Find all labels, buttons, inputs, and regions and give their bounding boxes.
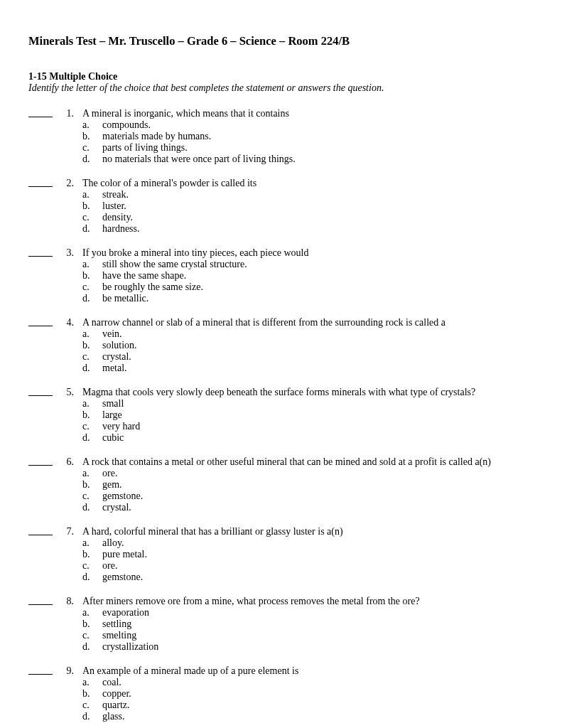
- choices: aore.bgem.cgemstone.dcrystal.: [82, 468, 534, 513]
- choice-letter: a: [82, 537, 98, 549]
- answer-blank[interactable]: [28, 596, 61, 653]
- choices: aevaporationbsettlingcsmeltingdcrystalli…: [82, 607, 534, 653]
- question-content: A hard, colorful mineral that has a bril…: [78, 526, 534, 583]
- question-text: A mineral is inorganic, which means that…: [82, 108, 534, 119]
- choice-text: small: [98, 398, 534, 410]
- choice-letter: b: [82, 410, 98, 421]
- choice: cdensity.: [82, 212, 534, 223]
- choice: bsolution.: [82, 340, 534, 351]
- choice-text: be roughly the same size.: [98, 282, 534, 293]
- choice-letter: a: [82, 328, 98, 340]
- question-number: 3: [61, 247, 78, 304]
- choice-letter: d: [82, 363, 98, 374]
- choice-text: large: [98, 410, 534, 421]
- page-title: Minerals Test – Mr. Truscello – Grade 6 …: [28, 34, 534, 48]
- choice-letter: a: [82, 468, 98, 479]
- answer-blank[interactable]: [28, 526, 61, 583]
- choice: dhardness.: [82, 223, 534, 235]
- choice-text: compounds.: [98, 119, 534, 131]
- answer-blank[interactable]: [28, 178, 61, 235]
- choice-letter: c: [82, 700, 98, 711]
- choice-letter: a: [82, 119, 98, 131]
- choice-text: parts of living things.: [98, 142, 534, 154]
- choice: cbe roughly the same size.: [82, 282, 534, 293]
- choice-text: metal.: [98, 363, 534, 374]
- choice-letter: b: [82, 688, 98, 700]
- blank-line: [28, 178, 53, 187]
- answer-blank[interactable]: [28, 665, 61, 722]
- question-block: 5Magma that cools very slowly deep benea…: [28, 387, 534, 444]
- choice: bsettling: [82, 619, 534, 630]
- choice: blarge: [82, 410, 534, 421]
- blank-line: [28, 596, 53, 605]
- choice-letter: a: [82, 677, 98, 688]
- choice: bluster.: [82, 200, 534, 212]
- question-block: 9An example of a mineral made up of a pu…: [28, 665, 534, 722]
- choices: acoal.bcopper.cquartz.dglass.: [82, 677, 534, 722]
- question-block: 6A rock that contains a metal or other u…: [28, 456, 534, 513]
- choice: core.: [82, 560, 534, 572]
- choices: acompounds.bmaterials made by humans.cpa…: [82, 119, 534, 165]
- choice-text: settling: [98, 619, 534, 630]
- choice-text: gemstone.: [98, 491, 534, 502]
- choice-letter: d: [82, 572, 98, 583]
- choice: dgemstone.: [82, 572, 534, 583]
- choice-text: crystal.: [98, 351, 534, 363]
- question-text: The color of a mineral's powder is calle…: [82, 178, 534, 189]
- choice: cquartz.: [82, 700, 534, 711]
- question-number: 6: [61, 456, 78, 513]
- section-header: 1-15 Multiple Choice: [28, 71, 534, 82]
- choice-text: vein.: [98, 328, 534, 340]
- blank-line: [28, 108, 53, 117]
- instructions: Identify the letter of the choice that b…: [28, 82, 534, 94]
- choice-text: crystal.: [98, 502, 534, 513]
- choice-letter: b: [82, 549, 98, 560]
- choice: dbe metallic.: [82, 293, 534, 304]
- choice: dcrystal.: [82, 502, 534, 513]
- choice-letter: b: [82, 340, 98, 351]
- choice-letter: c: [82, 282, 98, 293]
- choice: dglass.: [82, 711, 534, 722]
- question-content: An example of a mineral made up of a pur…: [78, 665, 534, 722]
- question-block: 2The color of a mineral's powder is call…: [28, 178, 534, 235]
- choice-text: quartz.: [98, 700, 534, 711]
- choices: avein.bsolution.ccrystal.dmetal.: [82, 328, 534, 374]
- question-content: After miners remove ore from a mine, wha…: [78, 596, 534, 653]
- question-text: If you broke a mineral into tiny pieces,…: [82, 247, 534, 259]
- blank-line: [28, 317, 53, 326]
- choice-text: hardness.: [98, 223, 534, 235]
- choice-text: ore.: [98, 560, 534, 572]
- choice-text: solution.: [98, 340, 534, 351]
- answer-blank[interactable]: [28, 456, 61, 513]
- choice: asmall: [82, 398, 534, 410]
- question-number: 4: [61, 317, 78, 374]
- choice: acoal.: [82, 677, 534, 688]
- blank-line: [28, 247, 53, 257]
- choice: cparts of living things.: [82, 142, 534, 154]
- choice: bgem.: [82, 479, 534, 491]
- choices: asmallblargecvery harddcubic: [82, 398, 534, 444]
- question-content: A narrow channel or slab of a mineral th…: [78, 317, 534, 374]
- choice-text: cubic: [98, 432, 534, 444]
- choice: aevaporation: [82, 607, 534, 619]
- choice-letter: b: [82, 270, 98, 282]
- choice-letter: c: [82, 212, 98, 223]
- question-block: 1A mineral is inorganic, which means tha…: [28, 108, 534, 165]
- answer-blank[interactable]: [28, 108, 61, 165]
- choice-text: density.: [98, 212, 534, 223]
- choice-text: materials made by humans.: [98, 131, 534, 142]
- choice-letter: b: [82, 619, 98, 630]
- choice-text: very hard: [98, 421, 534, 432]
- choice-text: no materials that were once part of livi…: [98, 154, 534, 165]
- question-content: A mineral is inorganic, which means that…: [78, 108, 534, 165]
- choice-text: pure metal.: [98, 549, 534, 560]
- answer-blank[interactable]: [28, 317, 61, 374]
- choice-text: have the same shape.: [98, 270, 534, 282]
- blank-line: [28, 526, 53, 535]
- answer-blank[interactable]: [28, 247, 61, 304]
- choice-letter: d: [82, 502, 98, 513]
- question-block: 7A hard, colorful mineral that has a bri…: [28, 526, 534, 583]
- choice: astreak.: [82, 189, 534, 200]
- question-number: 1: [61, 108, 78, 165]
- answer-blank[interactable]: [28, 387, 61, 444]
